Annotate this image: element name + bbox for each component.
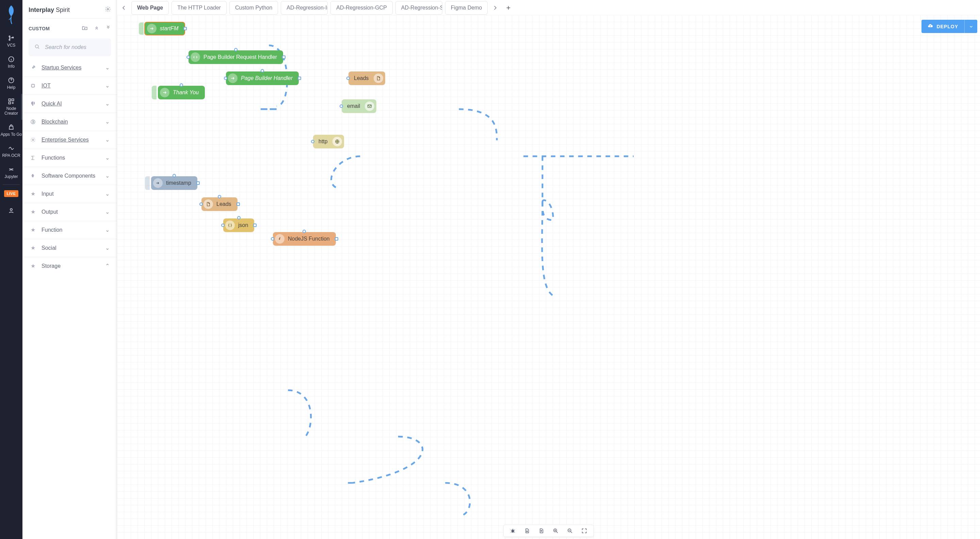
search-box[interactable] bbox=[29, 38, 111, 56]
sidebar: Interplay Spirit CUSTOM Startup Services… bbox=[22, 0, 117, 539]
port-out[interactable] bbox=[253, 224, 256, 227]
tab-ad-regression-inter[interactable]: AD-Regression-Inter bbox=[281, 1, 328, 14]
fullscreen-icon[interactable] bbox=[581, 528, 587, 534]
rail-item-user[interactable] bbox=[0, 203, 22, 218]
rail-label: RPA OCR bbox=[2, 153, 20, 158]
export-icon[interactable] bbox=[538, 528, 544, 534]
rail-separator bbox=[3, 184, 20, 185]
rail-item-node-creator[interactable]: Node Creator bbox=[0, 94, 22, 120]
gear-icon[interactable] bbox=[105, 6, 111, 14]
node-leads-bottom[interactable]: Leads bbox=[202, 197, 237, 211]
debug-icon[interactable] bbox=[510, 528, 516, 534]
cat-enterprise-services[interactable]: Enterprise Services⌄ bbox=[22, 131, 117, 149]
node-page-builder-request-handler[interactable]: Page Builder Request Handler bbox=[189, 50, 283, 64]
node-timestamp[interactable]: timestamp bbox=[151, 176, 197, 190]
port-out[interactable] bbox=[196, 181, 200, 185]
expand-all-icon[interactable] bbox=[105, 25, 111, 32]
port-out[interactable] bbox=[282, 56, 285, 59]
tab-ad-regression-sage[interactable]: AD-Regression-Sage bbox=[395, 1, 442, 14]
port-top[interactable] bbox=[218, 195, 221, 199]
port-top[interactable] bbox=[302, 230, 306, 233]
cat-input[interactable]: ★Input⌄ bbox=[22, 185, 117, 203]
tab-figma-demo[interactable]: Figma Demo bbox=[445, 1, 488, 14]
import-icon[interactable] bbox=[524, 528, 530, 534]
chevron-down-icon: ⌄ bbox=[105, 100, 110, 107]
port-in[interactable] bbox=[271, 237, 274, 240]
node-startfm[interactable]: startFM bbox=[144, 22, 185, 35]
port-top[interactable] bbox=[261, 69, 264, 73]
rail-item-vcs[interactable]: VCS bbox=[0, 31, 22, 52]
node-handle[interactable] bbox=[145, 176, 150, 190]
zoom-out-icon[interactable] bbox=[567, 528, 573, 534]
rail-label: Info bbox=[8, 64, 14, 69]
cat-storage[interactable]: ★Storage⌃ bbox=[22, 257, 117, 275]
cat-software-components[interactable]: Software Components⌄ bbox=[22, 167, 117, 185]
tab-web-page[interactable]: Web Page bbox=[131, 1, 169, 14]
left-rail: VCS Info Help Node Creator Apps To Go RP… bbox=[0, 0, 22, 539]
cat-quick-ai[interactable]: Quick AI⌄ bbox=[22, 95, 117, 113]
collapse-all-icon[interactable] bbox=[94, 25, 99, 32]
port-out[interactable] bbox=[183, 27, 187, 30]
sidebar-header: Interplay Spirit bbox=[22, 0, 117, 18]
tab-ad-regression-gcp[interactable]: AD-Regression-GCP bbox=[331, 1, 392, 14]
flow-canvas[interactable]: startFM Page Builder Request Handler Pag… bbox=[117, 15, 980, 539]
file-icon bbox=[374, 73, 383, 83]
node-handle[interactable] bbox=[139, 22, 143, 35]
tab-http-loader[interactable]: The HTTP Loader bbox=[172, 1, 227, 14]
rail-item-help[interactable]: Help bbox=[0, 73, 22, 94]
node-thank-you[interactable]: Thank You bbox=[158, 86, 205, 99]
port-in[interactable] bbox=[221, 224, 224, 227]
svg-point-8 bbox=[10, 208, 12, 211]
add-folder-icon[interactable] bbox=[82, 25, 88, 32]
node-nodejs-function[interactable]: NodeJS Function bbox=[273, 232, 336, 246]
node-handle[interactable] bbox=[152, 86, 156, 99]
canvas-toolbar bbox=[503, 525, 594, 537]
svg-rect-5 bbox=[9, 99, 11, 101]
tab-custom-python[interactable]: Custom Python bbox=[229, 1, 278, 14]
port-top[interactable] bbox=[172, 174, 176, 177]
port-in[interactable] bbox=[224, 76, 227, 80]
tabs-next-icon[interactable] bbox=[490, 3, 500, 13]
cat-startup-services[interactable]: Startup Services⌄ bbox=[22, 59, 117, 76]
rail-item-rpa-ocr[interactable]: RPA OCR bbox=[0, 141, 22, 162]
zoom-in-icon[interactable] bbox=[553, 528, 559, 534]
rail-item-apps-to-go[interactable]: Apps To Go bbox=[0, 120, 22, 141]
rail-item-info[interactable]: Info bbox=[0, 52, 22, 73]
search-input[interactable] bbox=[45, 44, 105, 50]
port-top[interactable] bbox=[180, 83, 183, 87]
node-http[interactable]: http bbox=[313, 135, 344, 148]
svg-point-9 bbox=[107, 8, 109, 10]
category-list: Startup Services⌄ IOT⌄ Quick AI⌄ Blockch… bbox=[22, 59, 117, 539]
port-in[interactable] bbox=[340, 105, 343, 108]
tabs-prev-icon[interactable] bbox=[119, 3, 129, 13]
port-out[interactable] bbox=[335, 237, 338, 240]
rail-label: Jupyter bbox=[5, 174, 18, 179]
port-in[interactable] bbox=[347, 76, 350, 80]
deploy-menu-button[interactable] bbox=[964, 20, 977, 33]
port-out[interactable] bbox=[298, 76, 301, 80]
port-in[interactable] bbox=[199, 202, 203, 206]
main-area: Web Page The HTTP Loader Custom Python A… bbox=[117, 0, 980, 539]
cat-social[interactable]: ★Social⌄ bbox=[22, 239, 117, 257]
chevron-down-icon: ⌄ bbox=[105, 208, 110, 215]
tab-add-icon[interactable] bbox=[504, 3, 513, 12]
node-leads-top[interactable]: Leads bbox=[348, 72, 385, 85]
port-in[interactable] bbox=[311, 140, 314, 143]
deploy-button[interactable]: DEPLOY bbox=[921, 20, 964, 33]
node-page-builder-handler[interactable]: Page Builder Handler bbox=[226, 72, 299, 85]
cat-function[interactable]: ★Function⌄ bbox=[22, 221, 117, 239]
node-email[interactable]: email bbox=[342, 99, 376, 113]
port-top[interactable] bbox=[237, 216, 240, 219]
rail-item-live[interactable]: LIVE bbox=[0, 186, 22, 201]
cat-output[interactable]: ★Output⌄ bbox=[22, 203, 117, 221]
grid-add-icon bbox=[8, 98, 14, 105]
arrow-right-icon bbox=[228, 73, 237, 83]
cat-functions[interactable]: Functions⌄ bbox=[22, 149, 117, 167]
node-json[interactable]: json bbox=[223, 218, 254, 232]
port-in[interactable] bbox=[186, 56, 190, 59]
port-top[interactable] bbox=[234, 48, 237, 51]
cat-iot[interactable]: IOT⌄ bbox=[22, 76, 117, 95]
port-out[interactable] bbox=[237, 202, 240, 206]
cat-blockchain[interactable]: Blockchain⌄ bbox=[22, 113, 117, 131]
rail-item-jupyter[interactable]: Jupyter bbox=[0, 162, 22, 183]
